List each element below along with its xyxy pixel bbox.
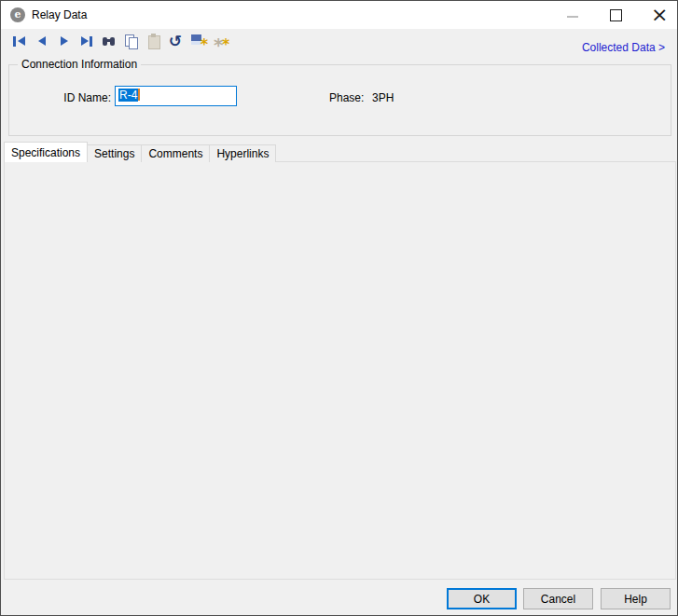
text-caret [138, 89, 140, 101]
tab-settings[interactable]: Settings [87, 144, 142, 162]
phase-value: 3PH [372, 91, 394, 104]
tab-specifications[interactable]: Specifications [4, 142, 88, 162]
tab-comments[interactable]: Comments [141, 144, 210, 162]
title-bar[interactable]: e Relay Data [1, 1, 677, 29]
id-name-label: ID Name: [38, 91, 111, 104]
minimize-button [553, 1, 592, 29]
phase-label: Phase: [329, 91, 364, 104]
selected-text: R-4 [118, 89, 138, 102]
toolbar: Collected Data > [1, 29, 677, 55]
copy-icon[interactable] [123, 33, 140, 49]
close-button[interactable] [639, 1, 678, 29]
window-title: Relay Data [32, 8, 87, 21]
app-icon: e [10, 7, 25, 22]
help-button[interactable]: Help [601, 588, 671, 609]
maximize-button[interactable] [596, 1, 635, 29]
cancel-button[interactable]: Cancel [523, 588, 593, 609]
save-settings-icon[interactable] [190, 33, 207, 49]
tab-page [4, 161, 676, 580]
relay-data-dialog: e Relay Data Collected Data > Connection… [0, 0, 678, 616]
id-name-input[interactable]: R-4 [115, 86, 237, 106]
connection-group-label: Connection Information [18, 58, 141, 71]
settings-icon[interactable] [213, 33, 229, 49]
collected-data-link[interactable]: Collected Data > [582, 41, 665, 54]
tab-hyperlinks[interactable]: Hyperlinks [209, 144, 276, 162]
first-record-icon[interactable] [11, 33, 28, 49]
find-icon[interactable] [101, 33, 118, 49]
last-record-icon[interactable] [78, 33, 95, 49]
undo-icon[interactable] [168, 33, 185, 49]
toolbar-icons [8, 33, 232, 51]
tab-strip: SpecificationsSettingsCommentsHyperlinks [4, 142, 275, 162]
next-record-icon[interactable] [56, 33, 73, 49]
paste-icon [145, 33, 162, 49]
ok-button[interactable]: OK [447, 588, 517, 609]
previous-record-icon[interactable] [34, 33, 50, 49]
